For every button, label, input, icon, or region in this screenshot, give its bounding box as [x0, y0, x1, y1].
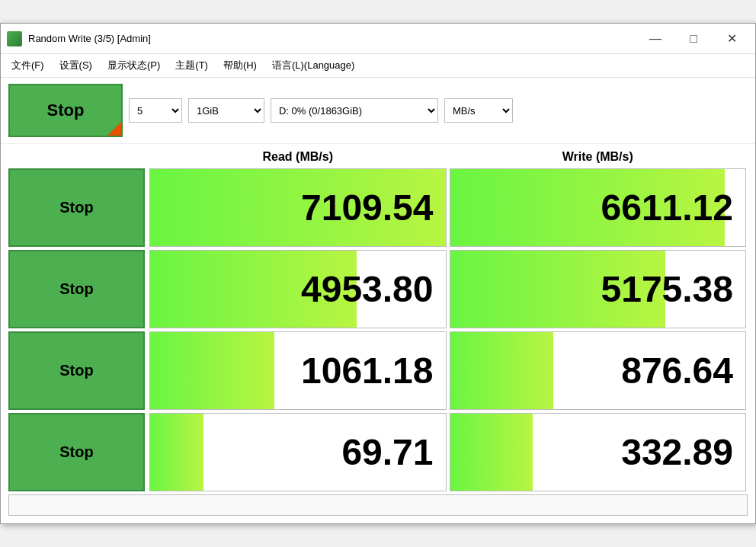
write-value-1: 5175.38: [601, 268, 733, 310]
stop-button-1[interactable]: Stop: [8, 250, 145, 328]
title-bar: Random Write (3/5) [Admin] — □ ✕: [1, 24, 755, 54]
read-cell-3: 69.71: [149, 413, 447, 491]
window-controls: — □ ✕: [638, 28, 749, 50]
read-cell-0: 7109.54: [149, 168, 447, 247]
main-stop-button[interactable]: Stop: [8, 84, 123, 137]
menu-file[interactable]: 文件(F): [4, 56, 52, 75]
content-area: Read (MB/s) Write (MB/s) Stop 7109.54 66…: [1, 144, 755, 523]
write-cell-1: 5175.38: [450, 250, 747, 328]
toolbar: Stop 5 1GiB D: 0% (0/1863GiB) MB/s: [1, 78, 755, 144]
write-value-3: 332.89: [621, 431, 733, 473]
drive-select[interactable]: D: 0% (0/1863GiB): [271, 98, 438, 123]
write-cell-2: 876.64: [450, 331, 747, 410]
table-row: Stop 69.71 332.89: [8, 413, 748, 491]
read-cell-1: 4953.80: [149, 250, 447, 328]
read-cell-2: 1061.18: [149, 331, 447, 410]
size-select[interactable]: 1GiB: [188, 98, 264, 123]
menu-bar: 文件(F) 设置(S) 显示状态(P) 主题(T) 帮助(H) 语言(L)(La…: [1, 54, 755, 78]
write-value-0: 6611.12: [601, 187, 733, 229]
table-row: Stop 7109.54 6611.12: [8, 168, 748, 247]
status-bar: [8, 494, 748, 516]
main-window: Random Write (3/5) [Admin] — □ ✕ 文件(F) 设…: [0, 23, 756, 524]
minimize-button[interactable]: —: [638, 28, 673, 50]
header-write: Write (MB/s): [448, 147, 748, 167]
write-value-2: 876.64: [621, 350, 733, 392]
count-select[interactable]: 5: [129, 98, 182, 123]
read-value-0: 7109.54: [301, 187, 434, 229]
header-read: Read (MB/s): [148, 147, 448, 167]
menu-help[interactable]: 帮助(H): [216, 56, 264, 75]
unit-select[interactable]: MB/s: [444, 98, 513, 123]
table-body: Stop 7109.54 6611.12 Stop 4953.80 5175.3…: [8, 168, 748, 491]
read-value-2: 1061.18: [301, 350, 434, 392]
menu-display[interactable]: 显示状态(P): [100, 56, 168, 75]
app-icon: [7, 31, 22, 46]
menu-settings[interactable]: 设置(S): [52, 56, 100, 75]
window-title: Random Write (3/5) [Admin]: [28, 33, 638, 44]
stop-button-0[interactable]: Stop: [8, 168, 145, 247]
read-value-3: 69.71: [341, 431, 433, 473]
write-cell-0: 6611.12: [450, 168, 747, 247]
close-button[interactable]: ✕: [714, 28, 749, 50]
header-empty: [8, 147, 148, 167]
table-header: Read (MB/s) Write (MB/s): [8, 147, 748, 167]
table-row: Stop 4953.80 5175.38: [8, 250, 748, 328]
write-cell-3: 332.89: [450, 413, 747, 491]
stop-button-3[interactable]: Stop: [8, 413, 145, 491]
menu-theme[interactable]: 主题(T): [168, 56, 216, 75]
table-row: Stop 1061.18 876.64: [8, 331, 748, 410]
read-value-1: 4953.80: [301, 268, 434, 310]
menu-language[interactable]: 语言(L)(Language): [264, 56, 362, 75]
stop-button-2[interactable]: Stop: [8, 331, 145, 410]
maximize-button[interactable]: □: [676, 28, 711, 50]
